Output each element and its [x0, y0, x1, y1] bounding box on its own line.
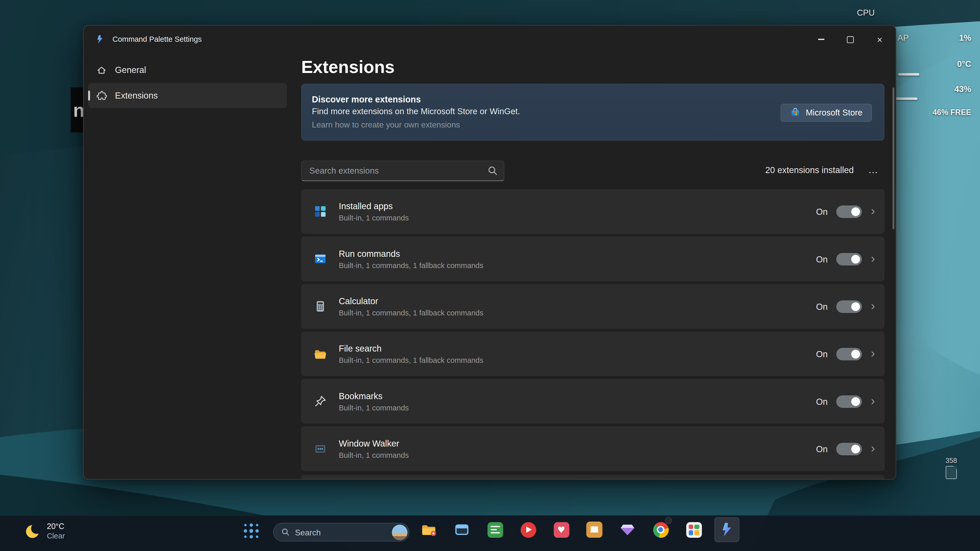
chevron-right-icon[interactable]: › [871, 204, 875, 219]
extension-toggle[interactable] [837, 395, 862, 408]
toggle-knob [851, 349, 860, 358]
extension-details: Built-in, 1 commands [339, 450, 409, 460]
color-grid-icon [686, 522, 702, 537]
extension-name: Run commands [339, 248, 484, 259]
close-button[interactable]: × [865, 25, 894, 53]
more-options-button[interactable]: … [864, 161, 882, 178]
memory-progress-bar [898, 73, 919, 75]
extension-toggle[interactable] [837, 205, 862, 218]
chrome-icon [653, 522, 668, 537]
extension-row[interactable]: Calculator Built-in, 1 commands, 1 fallb… [301, 284, 885, 329]
background-window-peek[interactable]: n [71, 87, 83, 133]
sidebar-item-label: Extensions [115, 91, 158, 101]
desktop-icon-label: 358 [936, 457, 966, 464]
taskbar-app-media[interactable] [516, 517, 541, 542]
taskbar-search[interactable]: Search [273, 523, 409, 541]
taskbar-app-todo[interactable] [482, 517, 508, 542]
minimize-button[interactable] [806, 25, 836, 53]
peek-window-letter: n [73, 100, 83, 121]
chevron-right-icon[interactable]: › [871, 299, 875, 313]
file-search-icon [313, 347, 327, 361]
disk-progress-bar [896, 98, 918, 100]
toggle-state-label: On [816, 349, 828, 359]
toggle-state-label: On [816, 396, 828, 407]
taskbar-app-command-palette[interactable] [714, 517, 740, 542]
cpu-label: CPU [857, 8, 875, 17]
taskbar-app-files[interactable] [416, 517, 441, 542]
desktop-icon[interactable]: 358 [936, 457, 966, 479]
extension-row[interactable]: Window Walker Built-in, 1 commands On › [301, 427, 885, 471]
taskbar-app-health[interactable]: ♥ [549, 517, 574, 542]
extension-row[interactable]: File search Built-in, 1 commands, 1 fall… [301, 332, 885, 376]
sidebar-item-general[interactable]: General [88, 57, 287, 83]
window-scrollbar[interactable] [892, 87, 894, 229]
chevron-right-icon[interactable]: › [871, 394, 875, 408]
toggle-state-label: On [816, 302, 828, 311]
extension-toggle[interactable] [837, 443, 862, 455]
extensions-search [301, 160, 504, 181]
gem-icon [619, 522, 635, 538]
book-icon [586, 522, 602, 538]
extension-details: Built-in, 1 commands, 1 fallback command… [339, 308, 484, 318]
extension-details: Built-in, 1 commands [339, 213, 409, 223]
extension-toggle[interactable] [837, 253, 862, 265]
chevron-right-icon[interactable]: › [871, 441, 875, 456]
extension-toggle[interactable] [837, 300, 862, 313]
extension-name: Installed apps [339, 200, 409, 211]
disk-free-value: 46% FREE [932, 108, 971, 117]
extension-details: Built-in, 1 commands, 1 fallback command… [339, 355, 484, 365]
microsoft-store-button[interactable]: Microsoft Store [781, 104, 872, 122]
monitor-partial-label: AP [897, 33, 909, 43]
extensions-list: Installed apps Built-in, 1 commands On › [301, 189, 885, 474]
microsoft-store-icon [790, 108, 801, 118]
taskbar-app-explorer[interactable] [449, 517, 474, 542]
page-title: Extensions [301, 56, 395, 79]
extension-name: Calculator [339, 295, 484, 306]
chevron-right-icon[interactable]: › [871, 347, 875, 361]
extension-name: Window Walker [339, 438, 409, 449]
yellow-folder-icon [421, 522, 437, 538]
taskbar-app-gem[interactable] [615, 517, 640, 542]
weather-widget[interactable]: 20°C Clear [25, 522, 65, 541]
taskbar-app-reader[interactable] [582, 517, 607, 542]
extension-row-partial[interactable] [301, 475, 885, 480]
extension-row[interactable]: Run commands Built-in, 1 commands, 1 fal… [301, 237, 885, 281]
chevron-right-icon[interactable]: › [871, 252, 875, 266]
taskbar-app-colors[interactable] [681, 517, 706, 542]
sidebar-item-extensions[interactable]: Extensions [88, 83, 287, 108]
extension-name: Bookmarks [339, 390, 409, 401]
taskbar: 20°C Clear Search [0, 515, 980, 551]
search-icon [281, 528, 290, 537]
search-extensions-input[interactable] [301, 160, 504, 181]
screen: CPU AP 1% 0°C 43% 46% FREE n 358 Command… [0, 0, 980, 551]
green-list-icon [487, 522, 503, 537]
start-button[interactable] [242, 522, 260, 540]
command-palette-bolt-icon [719, 522, 735, 538]
taskbar-apps: ♥ [416, 517, 740, 542]
calculator-icon [313, 300, 327, 313]
window-title: Command Palette Settings [113, 35, 202, 44]
toggle-knob [851, 207, 860, 216]
search-icon [488, 165, 498, 176]
moon-icon [25, 523, 41, 540]
extension-toggle[interactable] [837, 348, 862, 360]
maximize-icon [847, 36, 854, 43]
temperature-value: 0°C [957, 59, 971, 69]
bookmarks-icon [313, 394, 327, 408]
toggle-knob [851, 302, 860, 311]
installed-apps-icon [313, 205, 327, 218]
bing-daily-image[interactable] [392, 524, 407, 540]
taskbar-search-label: Search [295, 527, 392, 537]
taskbar-app-chrome[interactable] [648, 517, 673, 542]
extension-row[interactable]: Installed apps Built-in, 1 commands On › [301, 189, 885, 233]
extensions-page: Extensions Discover more extensions Find… [301, 53, 885, 479]
maximize-button[interactable] [835, 25, 865, 53]
heart-icon: ♥ [554, 522, 569, 537]
weather-temperature: 20°C [47, 522, 65, 532]
notification-badge-icon [665, 517, 672, 524]
cpu-percent-value: 1% [959, 33, 971, 43]
memory-percent-value: 43% [955, 84, 971, 94]
extension-row[interactable]: Bookmarks Built-in, 1 commands On › [301, 379, 885, 424]
toggle-knob [851, 254, 860, 263]
window-titlebar[interactable]: Command Palette Settings × [84, 25, 896, 53]
